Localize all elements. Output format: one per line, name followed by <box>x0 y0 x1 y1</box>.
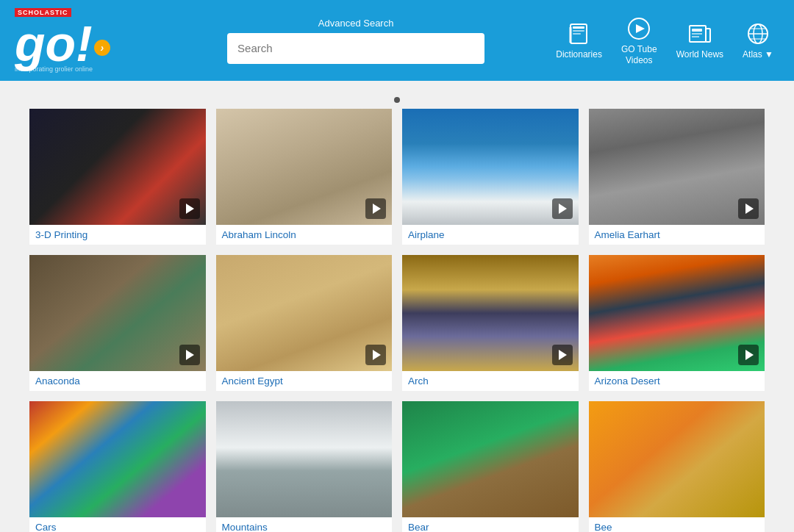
card-grid: 3-D PrintingAbraham LincolnAirplaneAmeli… <box>29 109 765 532</box>
card-amelia-earhart[interactable]: Amelia Earhart <box>589 109 765 245</box>
card-title-amelia-earhart[interactable]: Amelia Earhart <box>589 225 765 245</box>
play-circle-icon <box>626 15 652 42</box>
nav-icons: Dictionaries GO TubeVideos World News <box>550 15 779 65</box>
svg-rect-9 <box>692 29 702 32</box>
svg-rect-10 <box>692 33 702 35</box>
advanced-search-link[interactable]: Advanced Search <box>318 18 394 29</box>
card-cars[interactable]: Cars <box>29 401 206 532</box>
card-image-3d-printing <box>29 109 206 225</box>
card-image-ancient-egypt <box>216 255 393 371</box>
play-button-abraham-lincoln[interactable] <box>365 198 386 219</box>
card-image-abraham-lincoln <box>216 109 393 225</box>
dot-1 <box>394 97 400 103</box>
play-icon-anaconda <box>186 350 194 360</box>
search-input[interactable] <box>227 33 484 64</box>
card-title-mountains[interactable]: Mountains <box>216 517 393 532</box>
play-button-anaconda[interactable] <box>179 345 200 365</box>
nav-item-atlas[interactable]: Atlas ▼ <box>737 21 779 60</box>
play-icon-ancient-egypt <box>373 350 381 360</box>
card-image-airplane <box>402 109 579 225</box>
svg-rect-8 <box>706 29 710 42</box>
nav-item-go-tube[interactable]: GO TubeVideos <box>615 15 663 65</box>
play-button-arch[interactable] <box>552 345 573 365</box>
card-title-abraham-lincoln[interactable]: Abraham Lincoln <box>216 225 393 245</box>
card-title-cars[interactable]: Cars <box>29 517 206 532</box>
dot-indicator <box>29 88 765 109</box>
nav-label-atlas: Atlas ▼ <box>743 49 773 60</box>
scholastic-logo: SCHOLASTIC go!› incorporating grolier on… <box>15 8 110 73</box>
svg-rect-2 <box>573 30 584 32</box>
play-button-amelia-earhart[interactable] <box>738 198 759 219</box>
card-title-arch[interactable]: Arch <box>402 371 579 391</box>
card-title-arizona-desert[interactable]: Arizona Desert <box>589 371 765 391</box>
nav-item-dictionaries[interactable]: Dictionaries <box>550 21 608 60</box>
play-icon-arch <box>559 350 567 360</box>
nav-label-dictionaries: Dictionaries <box>556 49 602 60</box>
card-title-3d-printing[interactable]: 3-D Printing <box>29 225 206 245</box>
card-image-cars <box>29 401 206 517</box>
card-image-amelia-earhart <box>589 109 765 225</box>
header: SCHOLASTIC go!› incorporating grolier on… <box>0 0 794 81</box>
svg-rect-3 <box>573 33 581 35</box>
card-title-airplane[interactable]: Airplane <box>402 225 579 245</box>
card-arizona-desert[interactable]: Arizona Desert <box>589 255 765 391</box>
play-button-arizona-desert[interactable] <box>738 345 759 365</box>
main-content: 3-D PrintingAbraham LincolnAirplaneAmeli… <box>0 81 794 532</box>
card-image-arch <box>402 255 579 371</box>
card-abraham-lincoln[interactable]: Abraham Lincoln <box>216 109 393 245</box>
go-logo-text: go!› <box>15 18 110 68</box>
card-image-bee <box>589 401 765 517</box>
card-arch[interactable]: Arch <box>402 255 579 391</box>
nav-label-go-tube: GO TubeVideos <box>621 44 657 65</box>
card-anaconda[interactable]: Anaconda <box>29 255 206 391</box>
card-image-anaconda <box>29 255 206 371</box>
card-title-anaconda[interactable]: Anaconda <box>29 371 206 391</box>
svg-rect-1 <box>573 26 584 29</box>
card-bear[interactable]: Bear <box>402 401 579 532</box>
newspaper-icon <box>687 21 713 47</box>
logo-area: SCHOLASTIC go!› incorporating grolier on… <box>15 8 162 73</box>
card-3d-printing[interactable]: 3-D Printing <box>29 109 206 245</box>
card-bee[interactable]: Bee <box>589 401 765 532</box>
card-airplane[interactable]: Airplane <box>402 109 579 245</box>
card-title-ancient-egypt[interactable]: Ancient Egypt <box>216 371 393 391</box>
nav-item-world-news[interactable]: World News <box>670 21 729 60</box>
card-title-bear[interactable]: Bear <box>402 517 579 532</box>
play-icon-amelia-earhart <box>745 204 754 214</box>
card-image-arizona-desert <box>589 255 765 371</box>
play-icon-3d-printing <box>186 204 194 214</box>
play-button-3d-printing[interactable] <box>179 198 200 219</box>
go-arrow-icon: › <box>94 40 110 56</box>
card-mountains[interactable]: Mountains <box>216 401 393 532</box>
globe-icon <box>745 21 771 47</box>
svg-marker-6 <box>636 24 645 33</box>
nav-label-world-news: World News <box>676 49 723 60</box>
search-area: Advanced Search <box>162 18 550 64</box>
svg-rect-11 <box>692 36 699 37</box>
play-button-ancient-egypt[interactable] <box>365 345 386 365</box>
play-button-airplane[interactable] <box>552 198 573 219</box>
card-image-bear <box>402 401 579 517</box>
card-ancient-egypt[interactable]: Ancient Egypt <box>216 255 393 391</box>
card-title-bee[interactable]: Bee <box>589 517 765 532</box>
play-icon-airplane <box>559 204 567 214</box>
card-image-mountains <box>216 401 393 517</box>
book-icon <box>566 21 593 47</box>
play-icon-arizona-desert <box>745 350 754 360</box>
play-icon-abraham-lincoln <box>373 204 381 214</box>
incorporating-text: incorporating grolier online <box>15 65 93 73</box>
